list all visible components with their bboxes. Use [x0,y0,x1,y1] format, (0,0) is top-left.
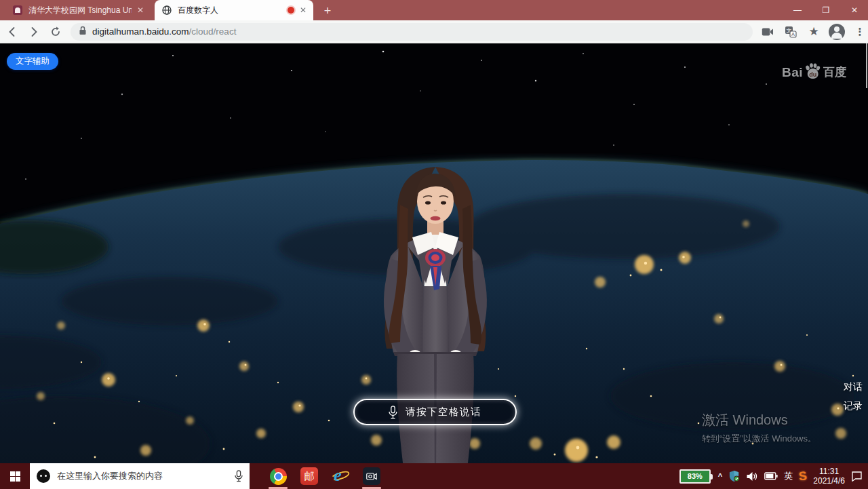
tab-title: 清华大学校园网 Tsinghua Univ [28,5,132,16]
mail-app-icon: 邮 [300,467,318,485]
page-viewport: 文字辅助 Bai du 百度 对话 记录 请按下空 [0,43,868,463]
push-to-talk-button[interactable]: 请按下空格说话 [353,399,517,425]
windows-logo-icon [10,471,20,482]
clock-time: 11:31 [813,467,845,476]
taskbar-chrome-button[interactable] [263,463,293,489]
search-mic-icon[interactable] [235,470,243,482]
taskbar-search-box[interactable]: 在这里输入你要搜索的内容 [30,463,250,489]
screen: 清华大学校园网 Tsinghua Univ ✕ 百度数字人 ✕ + — ❐ ✕ [0,0,868,489]
side-panel-edge [866,43,867,88]
microphone-icon [389,406,397,419]
camera-access-icon[interactable] [760,24,776,40]
internet-explorer-icon: e [332,467,349,485]
bookmark-star-icon[interactable]: ★ [806,24,822,40]
browser-toolbar: digitalhuman.baidu.com/cloud/react 文A ★ … [0,20,868,43]
dialog-tab[interactable]: 对话 [844,381,863,393]
sogou-input-icon[interactable]: S [798,469,808,484]
volume-icon[interactable] [746,471,758,482]
camera-app-icon [363,467,380,485]
taskbar-clock[interactable]: 11:31 2021/4/6 [813,467,845,486]
windows-activation-watermark: 激活 Windows 转到“设置”以激活 Windows。 [702,411,816,445]
taskbar-mail-button[interactable]: 邮 [294,463,324,489]
lock-icon [79,26,87,38]
tsinghua-favicon-icon [12,5,23,16]
activation-subtitle: 转到“设置”以激活 Windows。 [702,433,816,445]
window-close-button[interactable]: ✕ [841,0,868,20]
tab-title: 百度数字人 [178,5,282,16]
recording-indicator-icon [288,7,294,14]
url-text: digitalhuman.baidu.com/cloud/react [92,26,236,37]
tab-tsinghua[interactable]: 清华大学校园网 Tsinghua Univ ✕ [5,0,151,20]
defender-shield-icon[interactable] [728,470,740,482]
push-to-talk-label: 请按下空格说话 [406,406,481,418]
search-placeholder: 在这里输入你要搜索的内容 [57,470,228,482]
address-bar[interactable]: digitalhuman.baidu.com/cloud/react [71,23,753,41]
tab-close-icon[interactable]: ✕ [137,5,144,15]
svg-text:du: du [809,71,816,78]
taskbar-camera-button[interactable] [357,463,387,489]
new-tab-button[interactable]: + [319,2,336,20]
clock-date: 2021/4/6 [813,476,845,486]
windows-taskbar: 在这里输入你要搜索的内容 邮 e 83% ^ [0,463,868,489]
system-tray: 83% ^ [679,463,868,489]
action-center-icon[interactable] [851,471,863,482]
input-language-indicator[interactable]: 英 [784,470,793,482]
tray-expand-chevron-icon[interactable]: ^ [718,472,722,480]
side-panel-tabs: 对话 记录 [844,381,863,412]
baidu-watermark: Bai du 百度 [782,62,846,80]
baidu-logo-cn: 百度 [823,64,846,80]
text-assist-button[interactable]: 文字辅助 [7,53,58,70]
svg-text:A: A [791,31,795,37]
browser-menu-icon[interactable]: ⋮ [852,24,868,40]
translate-icon[interactable]: 文A [783,24,799,40]
baidu-logo-text: Bai [782,65,803,80]
profile-avatar-icon[interactable] [829,24,845,40]
baidu-paw-icon: du [804,62,821,80]
window-minimize-button[interactable]: — [784,0,811,20]
tab-close-icon[interactable]: ✕ [300,5,307,15]
reload-button[interactable] [46,22,65,41]
browser-tab-strip: 清华大学校园网 Tsinghua Univ ✕ 百度数字人 ✕ + — ❐ ✕ [0,0,868,20]
taskbar-ie-button[interactable]: e [326,463,355,489]
back-button[interactable] [3,22,22,41]
window-restore-button[interactable]: ❐ [812,0,840,20]
chrome-icon [270,468,287,485]
record-tab[interactable]: 记录 [844,400,863,412]
forward-button[interactable] [24,22,43,41]
battery-status-icon[interactable] [764,472,778,480]
start-button[interactable] [0,463,30,489]
activation-title: 激活 Windows [702,411,816,429]
battery-percentage-widget[interactable]: 83% [679,469,711,484]
globe-favicon-icon [161,5,172,16]
tab-baidu-digital-human[interactable]: 百度数字人 ✕ [155,0,313,20]
search-assistant-icon [37,469,50,483]
